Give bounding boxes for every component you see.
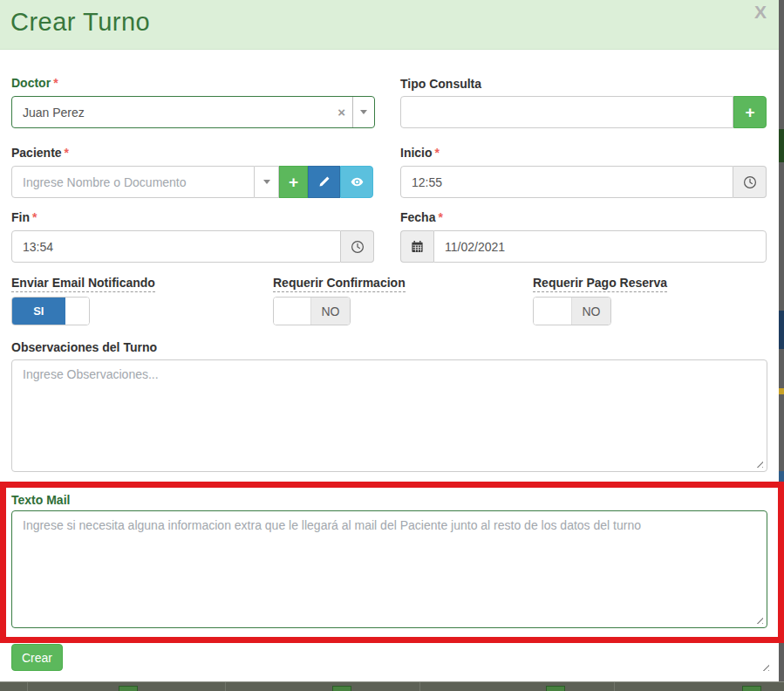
enviar-email-toggle[interactable]: SI [11, 297, 90, 325]
toggle-off-label: NO [572, 298, 610, 325]
plus-icon: + [745, 104, 754, 120]
required-mark: * [435, 146, 440, 160]
fin-input[interactable] [11, 230, 341, 263]
backdrop-event-block [546, 686, 565, 691]
backdrop-segment [779, 129, 784, 162]
toggle-handle [65, 298, 89, 325]
backdrop-event-block [742, 686, 761, 691]
backdrop-right-strip [779, 0, 784, 691]
chevron-down-icon[interactable] [255, 166, 279, 198]
doctor-label: Doctor* [11, 76, 58, 90]
backdrop-separator [614, 682, 615, 691]
fecha-label-text: Fecha [400, 210, 435, 224]
toggle-handle [534, 298, 572, 325]
toggle-on-label: SI [12, 298, 65, 325]
modal-title: Crear Turno [10, 8, 150, 37]
clear-x-icon[interactable]: × [331, 105, 352, 120]
backdrop-event-block [119, 686, 138, 691]
backdrop-event-block [332, 686, 351, 691]
add-paciente-button[interactable]: + [279, 166, 308, 198]
fecha-label: Fecha* [400, 210, 443, 224]
tipo-consulta-label: Tipo Consulta [400, 77, 481, 91]
requerir-pago-toggle[interactable]: NO [533, 297, 611, 325]
clock-icon[interactable] [341, 230, 374, 263]
doctor-label-text: Doctor [11, 76, 51, 90]
toggle-handle [274, 298, 311, 325]
texto-mail-label-text: Texto Mail [11, 493, 70, 507]
add-tipo-consulta-button[interactable]: + [733, 96, 767, 128]
backdrop-separator [27, 682, 28, 691]
required-mark: * [438, 210, 442, 224]
required-mark: * [32, 210, 37, 224]
paciente-label: Paciente* [11, 146, 69, 160]
tipo-consulta-label-text: Tipo Consulta [400, 77, 481, 91]
observaciones-label: Observaciones del Turno [11, 340, 157, 354]
inicio-input[interactable] [400, 166, 733, 198]
requerir-pago-label: Requerir Pago Reserva [533, 276, 667, 292]
inicio-label: Inicio* [400, 146, 440, 160]
backdrop-bottom-strip [0, 681, 784, 691]
fin-label-text: Fin [11, 210, 30, 224]
fin-group [11, 230, 374, 263]
toggle-off-label: NO [311, 298, 350, 325]
paciente-group: + [11, 166, 373, 198]
chevron-down-icon[interactable] [353, 110, 374, 114]
fecha-group [400, 230, 767, 263]
inicio-group [400, 166, 767, 198]
observaciones-textarea[interactable] [11, 359, 767, 472]
plus-icon: + [289, 174, 298, 190]
tipo-consulta-input[interactable] [400, 96, 733, 128]
texto-mail-textarea[interactable] [11, 510, 767, 628]
texto-mail-label: Texto Mail [11, 493, 70, 507]
modal-header: Crear Turno X [0, 0, 779, 50]
pencil-icon [317, 175, 331, 188]
backdrop-segment [779, 311, 784, 349]
required-mark: * [65, 146, 69, 160]
backdrop-segment [779, 388, 784, 394]
backdrop-separator [225, 682, 226, 691]
required-mark: * [53, 76, 58, 90]
page: Crear Turno X Doctor* Juan Perez × Tipo … [0, 0, 784, 691]
requerir-confirmacion-label: Requerir Confirmacion [273, 276, 406, 292]
tipo-consulta-group: + [400, 96, 767, 128]
fin-label: Fin* [11, 210, 37, 224]
backdrop-segment [779, 471, 784, 485]
paciente-input[interactable] [11, 166, 255, 198]
doctor-select[interactable]: Juan Perez × [11, 96, 375, 128]
enviar-email-label: Enviar Email Notificando [11, 276, 155, 292]
crear-turno-modal: Crear Turno X Doctor* Juan Perez × Tipo … [0, 0, 779, 681]
view-paciente-button[interactable] [340, 166, 373, 198]
close-icon[interactable]: X [754, 1, 767, 24]
inicio-label-text: Inicio [400, 146, 433, 160]
requerir-confirmacion-toggle[interactable]: NO [273, 297, 351, 325]
fecha-input[interactable] [433, 230, 767, 263]
modal-resize-grip[interactable] [760, 661, 769, 671]
clock-icon[interactable] [733, 166, 767, 198]
eye-icon [350, 174, 365, 189]
doctor-selected-value: Juan Perez [12, 106, 331, 120]
paciente-label-text: Paciente [11, 146, 62, 160]
crear-button[interactable]: Crear [11, 644, 63, 671]
calendar-icon[interactable] [400, 230, 433, 263]
backdrop-separator [419, 682, 420, 691]
edit-paciente-button[interactable] [308, 166, 340, 198]
